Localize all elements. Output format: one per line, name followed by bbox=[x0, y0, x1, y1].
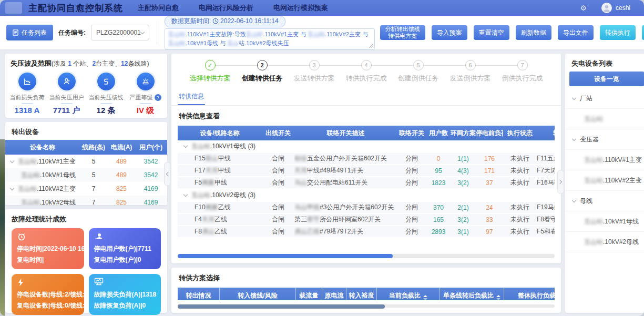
divider bbox=[157, 21, 157, 45]
clock-icon bbox=[17, 232, 79, 242]
table-header: 转出情况转入馈线/风险载流量原电流转入裕度当前负载比单条线转后负载比整体执行负载… bbox=[178, 288, 555, 300]
scrollbar-thumb[interactable] bbox=[178, 304, 385, 309]
user-menu[interactable]: ceshi bbox=[601, 3, 630, 13]
table-row[interactable]: F4天河乙线 合闸 第三看守所公用环网室602开关 分闸 165 3(2) 33… bbox=[178, 214, 555, 226]
tab-bar: 转供信息 bbox=[171, 88, 561, 106]
table-row[interactable]: F8虎山乙线 合闸 虎山乙线#79塔79T2开关 分闸 2893 3(1) 97… bbox=[178, 226, 555, 238]
expand-caret-icon bbox=[572, 95, 576, 99]
expand-caret-icon bbox=[572, 136, 576, 140]
metric: 当前失压馈线 12 条 bbox=[86, 73, 126, 116]
tree-item[interactable]: 五山站.10kV#1母线 bbox=[565, 211, 644, 232]
toolbar-button[interactable]: 导出文件 bbox=[558, 25, 594, 40]
group-row[interactable]: 五山站.10kV#2母线 (3) bbox=[178, 189, 555, 202]
panel-title: 故障处理统计成效 bbox=[5, 209, 167, 227]
fault-stats-panel: 故障处理统计成效 停电时间|2022-06-10 16:11 复电时间| 停电用… bbox=[5, 209, 167, 313]
expand-caret-icon bbox=[572, 198, 576, 202]
collapse-right-panel-handle[interactable] bbox=[557, 170, 564, 194]
document-icon bbox=[13, 29, 18, 36]
step-6: 6 发送倒供方案 bbox=[444, 60, 496, 83]
section-title: 转供信息查看 bbox=[171, 106, 561, 126]
table-row[interactable]: 五山站.10kV#2母线 7 825 4169 bbox=[5, 196, 167, 205]
topbar-right: ⚙ ceshi bbox=[580, 3, 639, 13]
metric: 当前失压用户 7711 户 bbox=[47, 73, 86, 116]
bolt-icon bbox=[17, 278, 79, 288]
s-curve-icon bbox=[97, 73, 115, 90]
group-row[interactable]: 五山站.10kV#1母线 (3) bbox=[178, 140, 555, 153]
scrollbar-thumb[interactable] bbox=[178, 254, 393, 258]
tree-group[interactable]: 变压器 bbox=[565, 129, 644, 150]
data-update-time: 数据更新时间: 2022-06-10 16:11:14 bbox=[165, 16, 285, 27]
stat-cards: 停电时间|2022-06-10 16:11 复电时间| 停电用户数(户)|771… bbox=[5, 227, 167, 316]
tree-group[interactable]: 厂站 bbox=[565, 88, 644, 109]
step-2: 2 创建转供任务 bbox=[236, 60, 288, 83]
outage-metrics: 当前损失负荷 1318 A 当前失压用户 7711 户 当前失压馈线 12 条 … bbox=[5, 73, 167, 116]
toolbar-button[interactable]: 刷新数据 bbox=[516, 25, 551, 40]
username: ceshi bbox=[616, 4, 630, 12]
nav-item-1[interactable]: 电网运行风险分析 bbox=[199, 3, 253, 13]
step-1: ✓ 选择转供方案 bbox=[184, 60, 236, 83]
collapse-left-panel-handle[interactable] bbox=[164, 162, 171, 186]
sort-icon bbox=[423, 295, 427, 300]
expand-caret-icon bbox=[183, 192, 188, 197]
section-title: 转供方案选择 bbox=[171, 268, 561, 288]
nav-item-0[interactable]: 主配协同自愈 bbox=[138, 3, 179, 13]
process-stepper: ✓ 选择转供方案 2 创建转供任务 3 发送转供方案 4 转供执行完成 5 创建… bbox=[171, 60, 561, 83]
users-icon bbox=[94, 232, 156, 242]
device-tree: 厂站五山站变压器五山站.110kV#1主变五山站.110kV#2主变母线五山站.… bbox=[565, 88, 644, 252]
center-column: ✓ 选择转供方案 2 创建转供任务 3 发送转供方案 4 转供执行完成 5 创建… bbox=[171, 54, 561, 313]
column-header[interactable]: 单条线转后负载比 bbox=[440, 288, 504, 300]
toolbar-button[interactable]: 重置清空 bbox=[474, 25, 509, 40]
toolbar-actions: 分析转出馈线转供电方案导入预案重置清空刷新数据导出文件 转供执行倒供执行图形分析 bbox=[380, 25, 644, 40]
task-no-label: 任务编号: bbox=[58, 28, 86, 37]
tab-transfer-info[interactable]: 转供信息 bbox=[178, 88, 205, 105]
table-row[interactable]: F10网夏乙线 合闸 马山甲线#3公用户外开关箱602开关 分闸 370 2(1… bbox=[178, 202, 555, 214]
sort-icon bbox=[496, 295, 500, 300]
app-title: 主配协同自愈控制系统 bbox=[28, 2, 123, 14]
column-header[interactable]: 当前负载比 bbox=[377, 288, 440, 300]
avatar bbox=[601, 3, 612, 13]
table-row[interactable]: 五山站.10kV#1母线 5 489 3542 bbox=[5, 168, 167, 182]
table-body: 五山站.110kV#1主变 5 489 3542 五山站.10kV#1母线 5 … bbox=[5, 155, 167, 205]
gear-icon[interactable]: ⚙ bbox=[580, 4, 587, 12]
task-list-button[interactable]: 任务列表 bbox=[6, 25, 53, 40]
horizontal-scrollbar bbox=[178, 304, 555, 308]
toolbar-button[interactable]: 分析转出馈线转供电方案 bbox=[380, 25, 425, 40]
metric: 当前损失负荷 1318 A bbox=[7, 73, 47, 116]
expand-caret-icon bbox=[10, 186, 14, 190]
column-header: 原电流 bbox=[322, 288, 346, 300]
toolbar-button[interactable]: 倒供执行 bbox=[642, 25, 644, 40]
tree-group[interactable]: 母线 bbox=[565, 191, 644, 211]
lost-power-device-panel: 失电设备列表 设备一览 厂站五山站变压器五山站.110kV#1主变五山站.110… bbox=[565, 54, 644, 313]
table-row[interactable]: 五山站.110kV#1主变 5 489 3542 bbox=[5, 155, 167, 168]
expand-caret-icon bbox=[10, 159, 14, 163]
column-header: 载流量 bbox=[296, 288, 322, 300]
transfer-plan-table: 转出情况转入馈线/风险载流量原电流转入裕度当前负载比单条线转后负载比整体执行负载… bbox=[178, 288, 555, 300]
fault-description-textarea[interactable]: 五山站.110kV#1主变故障:导致五山站.110kV#1主变 与 五山站.11… bbox=[165, 28, 375, 49]
help-icon[interactable]: ? bbox=[155, 94, 161, 101]
panel-title: 失电设备列表 bbox=[565, 54, 644, 72]
tree-item[interactable]: 五山站 bbox=[565, 109, 644, 129]
table-header: 设备/线路名称出线开关联络开关描述联络开关用户数环网方案停电前负荷执行状态转入馈… bbox=[178, 126, 555, 140]
device-overview-header[interactable]: 设备一览 bbox=[569, 72, 644, 86]
table-row[interactable]: F17天河甲线 合闸 天河甲线#49塔49T1开关 分闸 95 4(3) 171… bbox=[178, 165, 555, 177]
column-header[interactable]: 整体执行负载比 bbox=[504, 288, 555, 300]
table-row[interactable]: 五山站.110kV#2主变 7 825 4169 bbox=[5, 182, 167, 196]
task-no-select[interactable]: PLZG22000001 bbox=[91, 25, 149, 40]
right-column: 失电设备列表 设备一览 厂站五山站变压器五山站.110kV#1主变五山站.110… bbox=[565, 54, 644, 313]
monitor-icon bbox=[94, 278, 156, 288]
tree-item[interactable]: 五山站.110kV#2主变 bbox=[565, 170, 644, 191]
stat-card: 故障损失负荷(A)|1318 故障恢复负荷(A)|0 bbox=[89, 274, 161, 315]
table-row[interactable]: F15联山甲线 合闸 创业五金公用户外开关箱602开关 分闸 0 1(1) 17… bbox=[178, 153, 555, 165]
toolbar-button[interactable]: 转供执行 bbox=[600, 25, 636, 40]
expand-caret-icon bbox=[183, 144, 188, 148]
chart-down-icon bbox=[18, 73, 36, 90]
toolbar-button[interactable]: 导入预案 bbox=[432, 25, 467, 40]
table-body: 五山站.10kV#1母线 (3) F15联山甲线 合闸 创业五金公用户外开关箱6… bbox=[178, 140, 555, 238]
nav-item-2[interactable]: 电网运行模拟预案 bbox=[273, 3, 328, 13]
main-area: 失压波及范围(涉及 1 个站、2台主变、12条线路) 当前损失负荷 1318 A… bbox=[0, 49, 644, 316]
user-icon bbox=[58, 73, 76, 90]
stat-card: 停电设备数|母线:2/馈线:12 复电设备数|母线:0/馈线:0 bbox=[12, 274, 84, 315]
tree-item[interactable]: 五山站.10kV#2母线 bbox=[565, 232, 644, 252]
table-row[interactable]: F5网夏甲线 合闸 马山交公用配电站611开关 分闸 1823 3(2) 37 … bbox=[178, 177, 555, 189]
tree-item[interactable]: 五山站.110kV#1主变 bbox=[565, 150, 644, 170]
